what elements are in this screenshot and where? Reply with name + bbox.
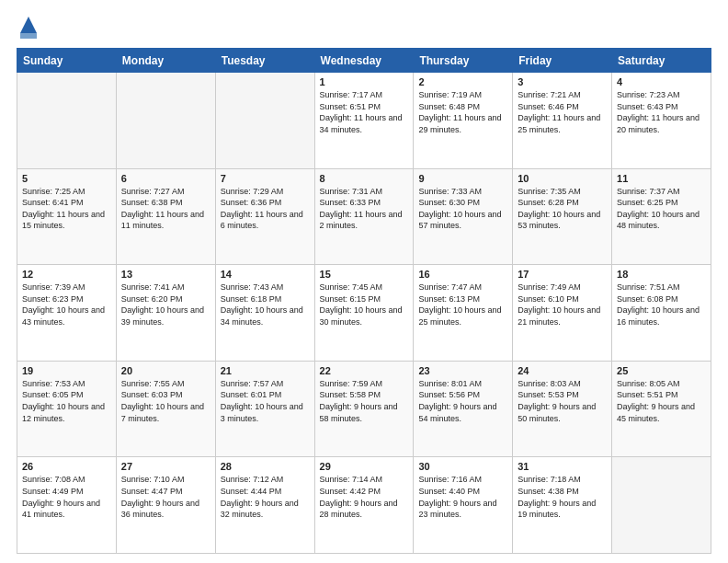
day-info: Sunrise: 7:51 AMSunset: 6:08 PMDaylight:…: [617, 282, 706, 327]
calendar-cell: 19Sunrise: 7:53 AMSunset: 6:05 PMDayligh…: [17, 361, 117, 457]
day-number: 21: [221, 365, 310, 376]
day-info: Sunrise: 7:33 AMSunset: 6:30 PMDaylight:…: [418, 186, 507, 232]
day-info: Sunrise: 7:47 AMSunset: 6:13 PMDaylight:…: [418, 282, 507, 327]
day-info: Sunrise: 7:12 AMSunset: 4:44 PMDaylight:…: [221, 474, 310, 520]
calendar-cell: 14Sunrise: 7:43 AMSunset: 6:18 PMDayligh…: [215, 265, 314, 362]
day-info: Sunrise: 7:29 AMSunset: 6:36 PMDaylight:…: [221, 186, 310, 232]
day-info: Sunrise: 7:35 AMSunset: 6:28 PMDaylight:…: [518, 186, 607, 232]
day-number: 15: [320, 269, 409, 280]
day-info: Sunrise: 7:41 AMSunset: 6:20 PMDaylight:…: [121, 282, 210, 327]
calendar-cell: 9Sunrise: 7:33 AMSunset: 6:30 PMDaylight…: [414, 168, 513, 265]
day-info: Sunrise: 7:39 AMSunset: 6:23 PMDaylight:…: [22, 282, 111, 327]
calendar-cell: [116, 73, 215, 169]
calendar-cell: 10Sunrise: 7:35 AMSunset: 6:28 PMDayligh…: [513, 168, 612, 265]
calendar-day-header-saturday: Saturday: [612, 49, 711, 73]
day-info: Sunrise: 7:53 AMSunset: 6:05 PMDaylight:…: [22, 378, 111, 424]
day-info: Sunrise: 7:49 AMSunset: 6:10 PMDaylight:…: [518, 282, 607, 327]
svg-marker-1: [20, 33, 37, 39]
calendar-cell: 11Sunrise: 7:37 AMSunset: 6:25 PMDayligh…: [612, 168, 711, 265]
calendar-week-3: 12Sunrise: 7:39 AMSunset: 6:23 PMDayligh…: [17, 265, 711, 362]
calendar-cell: 2Sunrise: 7:19 AMSunset: 6:48 PMDaylight…: [414, 73, 513, 169]
day-number: 12: [22, 269, 111, 280]
calendar-week-1: 1Sunrise: 7:17 AMSunset: 6:51 PMDaylight…: [17, 73, 711, 169]
logo: [17, 15, 39, 40]
calendar-cell: 7Sunrise: 7:29 AMSunset: 6:36 PMDaylight…: [215, 168, 314, 265]
logo-icon: [18, 15, 39, 40]
day-number: 8: [320, 173, 409, 184]
calendar-table: SundayMondayTuesdayWednesdayThursdayFrid…: [17, 48, 711, 554]
svg-marker-0: [20, 17, 37, 33]
calendar-cell: 3Sunrise: 7:21 AMSunset: 6:46 PMDaylight…: [513, 73, 612, 169]
day-info: Sunrise: 7:17 AMSunset: 6:51 PMDaylight:…: [320, 89, 409, 135]
calendar-week-2: 5Sunrise: 7:25 AMSunset: 6:41 PMDaylight…: [17, 168, 711, 265]
calendar-cell: 13Sunrise: 7:41 AMSunset: 6:20 PMDayligh…: [116, 265, 215, 362]
day-number: 29: [320, 461, 409, 472]
calendar-cell: 12Sunrise: 7:39 AMSunset: 6:23 PMDayligh…: [17, 265, 117, 362]
day-info: Sunrise: 8:05 AMSunset: 5:51 PMDaylight:…: [617, 378, 706, 424]
day-info: Sunrise: 8:03 AMSunset: 5:53 PMDaylight:…: [518, 378, 607, 424]
page: SundayMondayTuesdayWednesdayThursdayFrid…: [0, 0, 728, 563]
day-number: 31: [518, 461, 607, 472]
day-info: Sunrise: 7:59 AMSunset: 5:58 PMDaylight:…: [320, 378, 409, 424]
calendar-cell: 5Sunrise: 7:25 AMSunset: 6:41 PMDaylight…: [17, 168, 117, 265]
calendar-cell: 31Sunrise: 7:18 AMSunset: 4:38 PMDayligh…: [513, 457, 612, 554]
calendar-cell: 6Sunrise: 7:27 AMSunset: 6:38 PMDaylight…: [116, 168, 215, 265]
day-info: Sunrise: 7:57 AMSunset: 6:01 PMDaylight:…: [221, 378, 310, 424]
day-number: 11: [617, 173, 706, 184]
day-number: 27: [121, 461, 210, 472]
calendar-day-header-tuesday: Tuesday: [215, 49, 314, 73]
calendar-cell: 29Sunrise: 7:14 AMSunset: 4:42 PMDayligh…: [314, 457, 414, 554]
calendar-header-row: SundayMondayTuesdayWednesdayThursdayFrid…: [17, 49, 711, 73]
day-info: Sunrise: 7:14 AMSunset: 4:42 PMDaylight:…: [320, 474, 409, 520]
calendar-cell: [17, 73, 117, 169]
day-info: Sunrise: 7:27 AMSunset: 6:38 PMDaylight:…: [121, 186, 210, 232]
day-number: 7: [221, 173, 310, 184]
day-number: 14: [221, 269, 310, 280]
calendar-day-header-monday: Monday: [116, 49, 215, 73]
day-number: 9: [418, 173, 507, 184]
day-number: 6: [121, 173, 210, 184]
day-number: 1: [320, 76, 409, 87]
calendar-cell: 22Sunrise: 7:59 AMSunset: 5:58 PMDayligh…: [314, 361, 414, 457]
day-number: 24: [518, 365, 607, 376]
calendar-day-header-sunday: Sunday: [17, 49, 117, 73]
day-number: 4: [617, 76, 706, 87]
day-info: Sunrise: 7:21 AMSunset: 6:46 PMDaylight:…: [518, 89, 607, 135]
calendar-cell: 18Sunrise: 7:51 AMSunset: 6:08 PMDayligh…: [612, 265, 711, 362]
day-number: 26: [22, 461, 111, 472]
calendar-cell: 16Sunrise: 7:47 AMSunset: 6:13 PMDayligh…: [414, 265, 513, 362]
calendar-cell: 27Sunrise: 7:10 AMSunset: 4:47 PMDayligh…: [116, 457, 215, 554]
day-info: Sunrise: 7:19 AMSunset: 6:48 PMDaylight:…: [418, 89, 507, 135]
calendar-cell: 8Sunrise: 7:31 AMSunset: 6:33 PMDaylight…: [314, 168, 414, 265]
calendar-cell: 20Sunrise: 7:55 AMSunset: 6:03 PMDayligh…: [116, 361, 215, 457]
day-info: Sunrise: 7:16 AMSunset: 4:40 PMDaylight:…: [418, 474, 507, 520]
calendar-day-header-friday: Friday: [513, 49, 612, 73]
calendar-cell: 15Sunrise: 7:45 AMSunset: 6:15 PMDayligh…: [314, 265, 414, 362]
day-number: 16: [418, 269, 507, 280]
calendar-cell: 23Sunrise: 8:01 AMSunset: 5:56 PMDayligh…: [414, 361, 513, 457]
calendar-cell: [612, 457, 711, 554]
calendar-cell: 25Sunrise: 8:05 AMSunset: 5:51 PMDayligh…: [612, 361, 711, 457]
day-info: Sunrise: 7:45 AMSunset: 6:15 PMDaylight:…: [320, 282, 409, 327]
calendar-week-5: 26Sunrise: 7:08 AMSunset: 4:49 PMDayligh…: [17, 457, 711, 554]
day-number: 17: [518, 269, 607, 280]
header: [17, 15, 711, 40]
calendar-cell: [215, 73, 314, 169]
day-number: 3: [518, 76, 607, 87]
calendar-week-4: 19Sunrise: 7:53 AMSunset: 6:05 PMDayligh…: [17, 361, 711, 457]
calendar-cell: 26Sunrise: 7:08 AMSunset: 4:49 PMDayligh…: [17, 457, 117, 554]
day-info: Sunrise: 8:01 AMSunset: 5:56 PMDaylight:…: [418, 378, 507, 424]
day-number: 20: [121, 365, 210, 376]
day-info: Sunrise: 7:10 AMSunset: 4:47 PMDaylight:…: [121, 474, 210, 520]
day-number: 19: [22, 365, 111, 376]
day-info: Sunrise: 7:18 AMSunset: 4:38 PMDaylight:…: [518, 474, 607, 520]
calendar-cell: 30Sunrise: 7:16 AMSunset: 4:40 PMDayligh…: [414, 457, 513, 554]
day-number: 25: [617, 365, 706, 376]
day-info: Sunrise: 7:23 AMSunset: 6:43 PMDaylight:…: [617, 89, 706, 135]
day-number: 30: [418, 461, 507, 472]
day-info: Sunrise: 7:37 AMSunset: 6:25 PMDaylight:…: [617, 186, 706, 232]
calendar-cell: 1Sunrise: 7:17 AMSunset: 6:51 PMDaylight…: [314, 73, 414, 169]
calendar-day-header-thursday: Thursday: [414, 49, 513, 73]
day-number: 2: [418, 76, 507, 87]
day-info: Sunrise: 7:31 AMSunset: 6:33 PMDaylight:…: [320, 186, 409, 232]
